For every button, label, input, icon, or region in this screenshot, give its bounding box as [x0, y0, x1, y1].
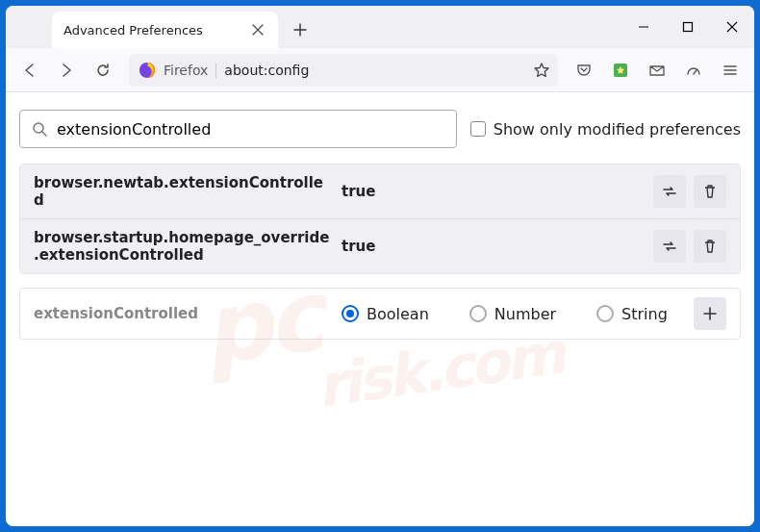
search-field[interactable] — [57, 120, 444, 139]
add-pref-row: extensionControlled Boolean Number Strin… — [19, 288, 741, 340]
radio-icon — [469, 305, 487, 322]
tab-title: Advanced Preferences — [63, 23, 203, 38]
close-icon[interactable] — [249, 21, 266, 38]
urlbar[interactable]: Firefox about:config — [129, 54, 558, 87]
close-window-button[interactable] — [710, 6, 754, 48]
checkbox-icon — [470, 121, 486, 137]
new-tab-button[interactable] — [284, 13, 317, 46]
tab-active[interactable]: Advanced Preferences — [52, 12, 278, 48]
browser-window: Advanced Preferences Firefox about:confi… — [6, 6, 754, 526]
show-modified-checkbox[interactable]: Show only modified preferences — [470, 120, 741, 139]
titlebar: Advanced Preferences — [6, 6, 754, 48]
toolbar: Firefox about:config — [6, 48, 754, 92]
firefox-logo-icon — [139, 62, 156, 79]
pref-actions — [653, 175, 726, 208]
bookmark-star-icon[interactable] — [533, 62, 550, 79]
pref-actions — [653, 230, 726, 263]
pref-value: true — [342, 238, 653, 255]
toggle-button[interactable] — [653, 175, 686, 208]
pref-name: browser.startup.homepage_override.extens… — [34, 229, 342, 264]
delete-button[interactable] — [694, 230, 726, 263]
radio-icon — [596, 305, 614, 322]
radio-number[interactable]: Number — [469, 305, 556, 323]
pref-name: browser.newtab.extensionControlled — [34, 174, 342, 209]
pocket-icon[interactable] — [568, 54, 600, 87]
add-button[interactable] — [694, 297, 726, 330]
forward-button[interactable] — [50, 54, 83, 87]
checkbox-label: Show only modified preferences — [494, 120, 741, 139]
window-controls — [621, 6, 754, 48]
pref-list: browser.newtab.extensionControlled true … — [19, 164, 741, 274]
add-pref-name: extensionControlled — [34, 305, 342, 322]
identity-label: Firefox — [164, 63, 216, 78]
type-radio-group: Boolean Number String — [342, 305, 694, 323]
dashboard-icon[interactable] — [677, 54, 710, 87]
pref-row: browser.startup.homepage_override.extens… — [20, 218, 740, 273]
menu-button[interactable] — [714, 54, 747, 87]
radio-boolean[interactable]: Boolean — [342, 305, 429, 323]
pref-value: true — [342, 183, 653, 200]
search-row: Show only modified preferences — [19, 110, 741, 148]
reload-button[interactable] — [87, 54, 119, 87]
pref-row: browser.newtab.extensionControlled true — [20, 165, 740, 218]
search-icon — [32, 121, 47, 137]
mail-icon[interactable] — [641, 54, 673, 87]
maximize-button[interactable] — [666, 6, 710, 48]
search-input[interactable] — [19, 110, 457, 148]
extension-icon[interactable] — [604, 54, 637, 87]
content-area: Show only modified preferences browser.n… — [6, 92, 754, 526]
minimize-button[interactable] — [621, 6, 666, 48]
back-button[interactable] — [13, 54, 46, 87]
delete-button[interactable] — [694, 175, 726, 208]
svg-rect-0 — [684, 23, 693, 32]
radio-string[interactable]: String — [596, 305, 668, 323]
toggle-button[interactable] — [653, 230, 686, 263]
radio-icon — [342, 305, 359, 322]
address-text: about:config — [224, 63, 525, 78]
